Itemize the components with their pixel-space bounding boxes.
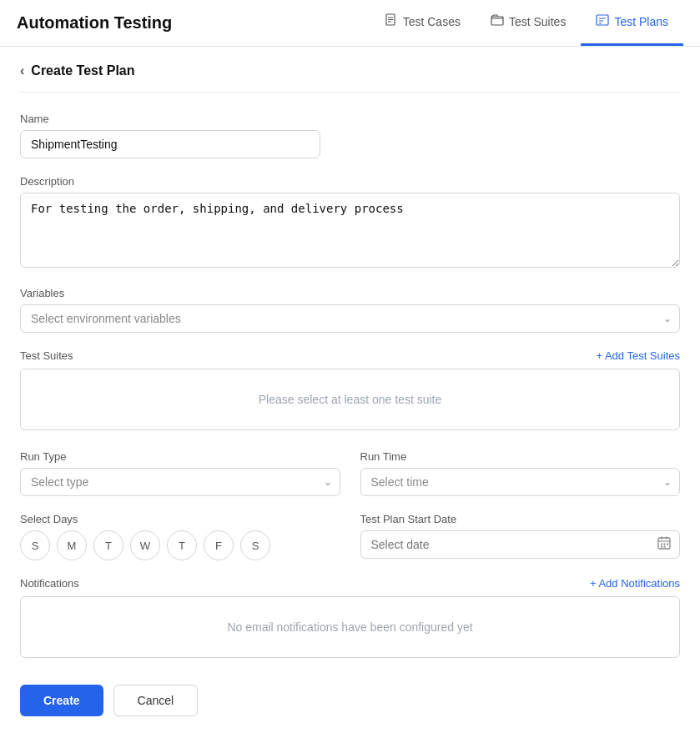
days-row: S M T W T F S	[20, 530, 340, 560]
description-input[interactable]: For testing the order, shipping, and del…	[20, 193, 680, 268]
run-time-select-wrapper: Select time ⌄	[360, 468, 681, 496]
run-type-time-row: Run Type Select type ⌄ Run Time Select t…	[20, 450, 680, 496]
start-date-input[interactable]	[360, 530, 681, 559]
start-date-col: Test Plan Start Date	[360, 513, 681, 560]
notifications-header: Notifications + Add Notifications	[20, 577, 680, 590]
test-suites-empty-box: Please select at least one test suite	[20, 369, 680, 430]
add-notifications-button[interactable]: + Add Notifications	[590, 577, 680, 590]
footer-actions: Create Cancel	[20, 678, 680, 716]
test-suites-header: Test Suites + Add Test Suites	[20, 349, 680, 362]
tab-test-plans[interactable]: Test Plans	[581, 0, 683, 46]
name-section: Name	[20, 113, 680, 158]
tab-test-plans-label: Test Plans	[614, 15, 668, 28]
app-title: Automation Testing	[17, 13, 370, 33]
notifications-empty-box: No email notifications have been configu…	[20, 596, 680, 658]
breadcrumb: ‹ Create Test Plan	[20, 63, 680, 93]
select-days-label: Select Days	[20, 513, 340, 525]
cancel-button[interactable]: Cancel	[113, 685, 199, 716]
page-title: Create Test Plan	[31, 63, 134, 78]
tab-test-suites[interactable]: Test Suites	[476, 0, 581, 46]
tab-test-suites-label: Test Suites	[509, 15, 566, 28]
svg-rect-5	[597, 15, 608, 25]
notifications-empty-text: No email notifications have been configu…	[227, 620, 472, 634]
app-header: Automation Testing Test Cases	[0, 0, 700, 47]
run-time-col: Run Time Select time ⌄	[360, 450, 681, 496]
days-date-row: Select Days S M T W T F S Test Plan Star…	[20, 513, 680, 560]
name-label: Name	[20, 113, 680, 125]
variables-select-wrapper: Select environment variables ⌄	[20, 304, 680, 333]
nav-tabs: Test Cases Test Suites Test	[370, 0, 683, 46]
day-monday[interactable]: M	[57, 530, 87, 560]
day-thursday[interactable]: T	[167, 530, 197, 560]
day-tuesday[interactable]: T	[93, 530, 123, 560]
create-button[interactable]: Create	[20, 685, 103, 716]
run-type-select-wrapper: Select type ⌄	[20, 468, 340, 496]
run-type-col: Run Type Select type ⌄	[20, 450, 340, 496]
run-type-label: Run Type	[20, 450, 340, 463]
test-cases-icon	[385, 13, 398, 30]
variables-label: Variables	[20, 287, 680, 299]
description-label: Description	[20, 175, 680, 188]
test-plans-icon	[596, 13, 609, 30]
run-time-select[interactable]: Select time	[360, 468, 681, 496]
run-type-select[interactable]: Select type	[20, 468, 340, 496]
tab-test-cases-label: Test Cases	[403, 15, 461, 28]
back-button[interactable]: ‹	[20, 63, 24, 78]
description-section: Description For testing the order, shipp…	[20, 175, 680, 270]
variables-section: Variables Select environment variables ⌄	[20, 287, 680, 333]
variables-select[interactable]: Select environment variables	[20, 304, 680, 333]
day-sunday[interactable]: S	[20, 530, 50, 560]
tab-test-cases[interactable]: Test Cases	[370, 0, 476, 46]
test-suites-label: Test Suites	[20, 349, 73, 362]
day-wednesday[interactable]: W	[130, 530, 160, 560]
select-days-col: Select Days S M T W T F S	[20, 513, 340, 560]
notifications-section: Notifications + Add Notifications No ema…	[20, 577, 680, 658]
day-saturday[interactable]: S	[240, 530, 270, 560]
test-suites-section: Test Suites + Add Test Suites Please sel…	[20, 349, 680, 430]
day-friday[interactable]: F	[204, 530, 234, 560]
test-suites-empty-text: Please select at least one test suite	[259, 393, 441, 406]
test-suites-icon	[491, 13, 504, 30]
start-date-input-wrapper	[360, 530, 681, 559]
add-test-suites-button[interactable]: + Add Test Suites	[596, 349, 680, 362]
notifications-label: Notifications	[20, 577, 79, 590]
start-date-label: Test Plan Start Date	[360, 513, 681, 525]
page-content: ‹ Create Test Plan Name Description For …	[0, 47, 700, 733]
run-time-label: Run Time	[360, 450, 681, 463]
name-input[interactable]	[20, 130, 320, 158]
